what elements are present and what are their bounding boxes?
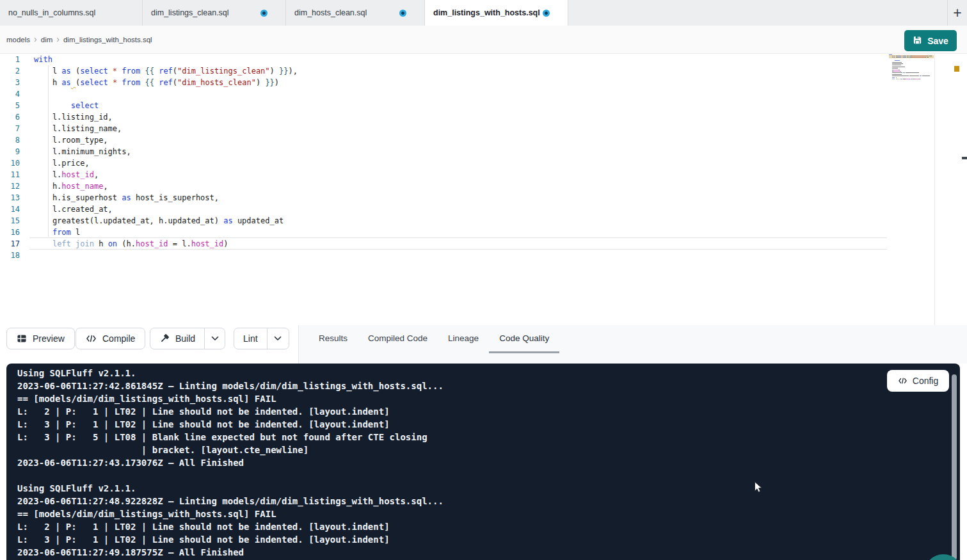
terminal-line: L: 3 | P: 1 | LT02 | Line should not be … [17, 533, 883, 546]
compile-button-label: Compile [102, 333, 135, 344]
file-tab-label: no_nulls_in_columns.sql [8, 8, 95, 17]
terminal-line: 2023-06-06T11:27:43.173076Z – All Finish… [17, 456, 883, 469]
bottom-toolbar: ResultsCompiled CodeLineageCode Quality … [0, 325, 967, 364]
config-button-label: Config [913, 376, 938, 386]
breadcrumb-item[interactable]: dim [41, 36, 53, 44]
code-line: 6 l.listing_id, [0, 111, 967, 123]
chevron-right-icon: › [56, 34, 60, 44]
panel-tab-compiled-code[interactable]: Compiled Code [358, 325, 438, 353]
breadcrumb-item[interactable]: dim_listings_with_hosts.sql [63, 36, 152, 44]
mouse-cursor [754, 481, 763, 496]
file-tab-label: dim_hosts_clean.sql [294, 8, 367, 17]
code-editor[interactable]: 1with2 l as (select * from {{ ref("dim_l… [0, 54, 967, 325]
terminal-line: 2023-06-06T11:27:49.187575Z – All Finish… [17, 546, 883, 559]
file-tab[interactable]: dim_listings_with_hosts.sql [425, 0, 568, 26]
save-button[interactable]: Save [904, 30, 957, 51]
terminal-line: L: 3 | P: 1 | LT02 | Line should not be … [17, 418, 883, 431]
code-line: 10 l.price, [0, 157, 967, 169]
minimap-border [934, 54, 935, 325]
code-line: 18 [0, 250, 967, 261]
terminal-line: == [models/dim/dim_listings_with_hosts.s… [17, 392, 883, 405]
line-number: 1 [0, 54, 20, 65]
code-icon [898, 377, 907, 385]
terminal-line: | bracket. [layout.cte_newline] [17, 444, 883, 456]
terminal-scrollbar[interactable] [952, 374, 957, 560]
file-tab[interactable]: dim_hosts_clean.sql [286, 0, 425, 26]
preview-button[interactable]: Preview [6, 328, 75, 349]
line-number: 11 [0, 169, 20, 180]
line-number: 2 [0, 65, 20, 77]
unsaved-changes-indicator [543, 10, 550, 17]
save-button-label: Save [927, 36, 948, 46]
breadcrumb-item[interactable]: models [6, 36, 30, 44]
code-line: 8 l.room_type, [0, 134, 967, 146]
line-number: 13 [0, 192, 20, 204]
line-number: 7 [0, 123, 20, 134]
build-button[interactable]: Build [150, 328, 205, 349]
lint-button-label: Lint [243, 333, 258, 344]
unsaved-changes-indicator [260, 10, 268, 17]
code-line: 17 left join h on (h.host_id = l.host_id… [0, 238, 967, 250]
overview-ruler-cursor-marker [962, 157, 967, 159]
code-line: 14 l.created_at, [0, 204, 967, 215]
overview-ruler-warning-marker [954, 66, 959, 72]
terminal-line [17, 469, 883, 482]
terminal-line: 2023-06-06T11:27:48.922828Z – Linting mo… [17, 495, 883, 508]
file-tab[interactable]: dim_listings_clean.sql [143, 0, 286, 26]
terminal-line: L: 2 | P: 1 | LT02 | Line should not be … [17, 520, 883, 533]
line-number: 8 [0, 134, 20, 146]
code-icon [86, 334, 97, 343]
build-dropdown-button[interactable] [205, 328, 225, 349]
breadcrumb-bar: models›dim›dim_listings_with_hosts.sql S… [0, 26, 967, 54]
code-line: 12 h.host_name, [0, 180, 967, 192]
line-number: 10 [0, 157, 20, 169]
code-line: 5 select [0, 100, 967, 111]
line-number: 9 [0, 146, 20, 157]
terminal-output-panel[interactable]: Using SQLFluff v2.1.1.2023-06-06T11:27:4… [6, 364, 960, 560]
terminal-log: Using SQLFluff v2.1.1.2023-06-06T11:27:4… [17, 367, 883, 559]
line-number: 18 [0, 250, 20, 261]
code-line: 1with [0, 54, 967, 65]
chevron-down-icon [210, 333, 220, 344]
lint-button[interactable]: Lint [234, 328, 268, 349]
build-button-label: Build [175, 333, 195, 344]
breadcrumb: models›dim›dim_listings_with_hosts.sql [6, 26, 152, 53]
config-button[interactable]: Config [887, 370, 949, 392]
terminal-line: == [models/dim/dim_listings_with_hosts.s… [17, 508, 883, 520]
table-icon [17, 333, 27, 344]
build-button-group: Build [150, 328, 225, 349]
chevron-down-icon [273, 333, 283, 344]
code-line: 7 l.listing_name, [0, 123, 967, 134]
panel-tabs: ResultsCompiled CodeLineageCode Quality [298, 325, 967, 364]
lint-button-group: Lint [234, 328, 289, 349]
panel-tab-lineage[interactable]: Lineage [438, 325, 489, 353]
minimap[interactable] [889, 54, 934, 81]
unsaved-changes-indicator [399, 10, 406, 17]
line-number: 3 [0, 77, 20, 88]
code-line: 3 h as (select * from {{ ref("dim_hosts_… [0, 77, 967, 88]
code-line: 9 l.minimum_nights, [0, 146, 967, 157]
line-number: 6 [0, 111, 20, 123]
line-number: 14 [0, 204, 20, 215]
lint-dropdown-button[interactable] [268, 328, 289, 349]
line-number: 17 [0, 238, 20, 250]
code-line: 16 from l [0, 227, 967, 238]
line-number: 5 [0, 100, 20, 111]
new-tab-button[interactable]: + [948, 0, 967, 26]
panel-tab-results[interactable]: Results [308, 325, 358, 353]
file-tab-label: dim_listings_clean.sql [151, 8, 229, 17]
compile-button[interactable]: Compile [76, 328, 145, 349]
code-line: 4 [0, 88, 967, 100]
terminal-line: L: 3 | P: 5 | LT08 | Blank line expected… [17, 431, 883, 444]
editor-tab-bar: no_nulls_in_columns.sqldim_listings_clea… [0, 0, 967, 26]
code-line: 13 h.is_superhost as host_is_superhost, [0, 192, 967, 204]
file-tab[interactable]: no_nulls_in_columns.sql [0, 0, 143, 26]
code-line: 11 l.host_id, [0, 169, 967, 180]
chevron-right-icon: › [34, 34, 37, 44]
line-number: 4 [0, 88, 20, 100]
line-number: 12 [0, 180, 20, 192]
save-icon [913, 35, 922, 47]
code-line: 15 greatest(l.updated_at, h.updated_at) … [0, 215, 967, 227]
panel-tab-code-quality[interactable]: Code Quality [489, 325, 559, 353]
code-line: 2 l as (select * from {{ ref("dim_listin… [0, 65, 967, 77]
